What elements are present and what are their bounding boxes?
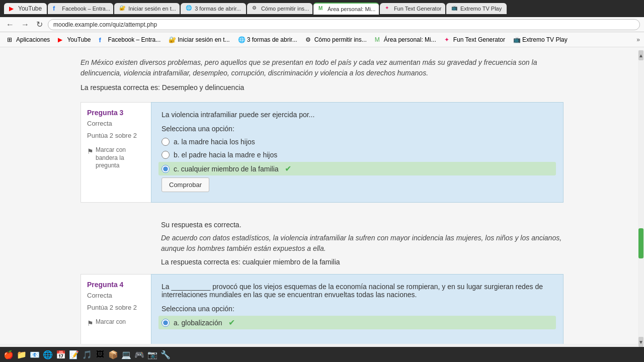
address-bar-row: ← → ↻ <box>0 17 644 32</box>
flag-question4-button[interactable]: ⚑ Marcar con <box>87 318 145 328</box>
question3-radio-a[interactable] <box>162 138 170 146</box>
question3-text: La violencia intrafamiliar puede ser eje… <box>162 111 553 119</box>
taskbar-calendar-icon[interactable]: 📅 <box>55 349 66 360</box>
bookmark-area[interactable]: M Área personal: Mi... <box>372 35 439 44</box>
question3-option-a[interactable]: a. la madre hacia los hijos <box>162 138 553 146</box>
comprobar-button-q3[interactable]: Comprobar <box>162 177 209 192</box>
taskbar-browser-icon[interactable]: 🌐 <box>42 349 53 360</box>
question4-section: Pregunta 4 Correcta Puntúa 2 sobre 2 ⚑ M… <box>80 274 564 344</box>
login-favicon: 🔐 <box>119 5 126 12</box>
flag-question3-button[interactable]: ⚑ Marcar con bandera la pregunta <box>87 146 145 170</box>
scrollbar-thumb[interactable] <box>638 228 643 258</box>
tab-3formas[interactable]: 🌐 3 formas de abrir... <box>181 3 246 14</box>
question3-option-c[interactable]: c. cualquier miembro de la familia ✔ <box>158 162 556 175</box>
page-content: En México existen diversos problemas, pe… <box>0 47 644 344</box>
bookmark-3formas[interactable]: 🌐 3 formas de abrir... <box>235 35 300 44</box>
feedback-answer-q3: La respuesta correcta es: cualquier miem… <box>161 258 564 266</box>
taskbar-music-icon[interactable]: 🎵 <box>82 349 93 360</box>
tab-extremo[interactable]: 📺 Extremo TV Play <box>446 3 507 14</box>
prev-question-feedback: En México existen diversos problemas, pe… <box>80 47 564 102</box>
bookmark-youtube[interactable]: ▶ YouTube <box>55 35 94 44</box>
login-bm-icon: 🔐 <box>169 36 176 43</box>
more-bookmarks-icon[interactable]: » <box>636 36 640 43</box>
bookmark-facebook[interactable]: f Facebook – Entra... <box>96 35 164 44</box>
facebook-favicon: f <box>53 5 60 12</box>
tab-fun-text[interactable]: ✦ Fun Text Generator <box>380 3 445 14</box>
question3-body: La violencia intrafamiliar puede ser eje… <box>151 102 564 203</box>
question4-puntua: Puntúa 2 sobre 2 <box>87 303 145 312</box>
question4-radio-a[interactable] <box>162 319 170 327</box>
taskbar-settings-icon[interactable]: 🔧 <box>160 349 171 360</box>
question4-text: La __________ provocó que los viejos esq… <box>162 283 553 299</box>
question3-radio-c[interactable] <box>162 165 170 173</box>
question3-option-b[interactable]: b. el padre hacia la madre e hijos <box>162 151 553 159</box>
question4-body: La __________ provocó que los viejos esq… <box>151 274 564 344</box>
taskbar-notes-icon[interactable]: 📝 <box>68 349 79 360</box>
tab-permitir[interactable]: ⚙ Cómo permitir ins... <box>247 3 312 14</box>
question3-status: Correcta <box>87 120 145 127</box>
taskbar-photos-icon[interactable]: 🖼 <box>95 349 106 360</box>
taskbar-system-icon[interactable]: 💻 <box>121 349 132 360</box>
fb-bm-icon: f <box>99 36 106 43</box>
yt-bm-icon: ▶ <box>58 36 65 43</box>
refresh-button[interactable]: ↻ <box>34 19 45 30</box>
scroll-up-icon: ▲ <box>638 53 643 58</box>
fun-bm-icon: ✦ <box>444 36 451 43</box>
taskbar: 🍎 📁 📧 🌐 📅 📝 🎵 🖼 📦 💻 🎮 📷 🔧 <box>0 347 644 362</box>
back-button[interactable]: ← <box>4 19 16 30</box>
bookmark-aplicaciones[interactable]: ⊞ Aplicaciones <box>4 35 53 44</box>
tab-facebook[interactable]: f Facebook – Entra... <box>48 3 113 14</box>
prev-question-explanation: En México existen diversos problemas, pe… <box>80 57 564 78</box>
permitir-bm-icon: ⚙ <box>305 36 312 43</box>
bookmark-fun[interactable]: ✦ Fun Text Generator <box>441 35 508 44</box>
bookmarks-bar: ⊞ Aplicaciones ▶ YouTube f Facebook – En… <box>0 32 644 47</box>
question4-sidebar: Pregunta 4 Correcta Puntúa 2 sobre 2 ⚑ M… <box>80 274 151 344</box>
tab-youtube[interactable]: ▶ YouTube <box>4 3 47 14</box>
question3-radio-b[interactable] <box>162 151 170 159</box>
bookmark-extremo[interactable]: 📺 Extremo TV Play <box>510 35 571 44</box>
bookmark-login[interactable]: 🔐 Iniciar sesión en t... <box>166 35 232 44</box>
permitir-favicon: ⚙ <box>252 5 259 12</box>
tab-login[interactable]: 🔐 Iniciar sesión en t... <box>114 3 180 14</box>
question4-label: Pregunta 4 <box>87 281 145 289</box>
correct-check-icon-q4: ✔ <box>228 318 235 327</box>
taskbar-finder-icon[interactable]: 🍎 <box>3 349 14 360</box>
bookmark-permitir[interactable]: ⚙ Cómo permitir ins... <box>302 35 370 44</box>
browser-tabs: ▶ YouTube f Facebook – Entra... 🔐 Inicia… <box>0 0 644 17</box>
scroll-up-button[interactable]: ▲ <box>638 50 643 60</box>
taskbar-packages-icon[interactable]: 📦 <box>108 349 119 360</box>
3formas-favicon: 🌐 <box>186 5 193 12</box>
prev-correct-answer: La respuesta correcta es: Desempleo y de… <box>80 82 564 93</box>
question3-section: Pregunta 3 Correcta Puntúa 2 sobre 2 ⚑ M… <box>80 102 564 203</box>
forward-button[interactable]: → <box>19 19 31 30</box>
question4-sidebar-card: Pregunta 4 Correcta Puntúa 2 sobre 2 ⚑ M… <box>80 274 151 344</box>
main-content: En México existen diversos problemas, pe… <box>70 47 574 344</box>
question4-select-label: Selecciona una opción: <box>162 305 553 313</box>
address-input[interactable] <box>48 19 640 30</box>
area-bm-icon: M <box>375 36 382 43</box>
extremo-favicon: 📺 <box>451 5 458 12</box>
apps-icon: ⊞ <box>7 36 14 43</box>
taskbar-mail-icon[interactable]: 📧 <box>29 349 40 360</box>
youtube-favicon: ▶ <box>9 5 16 12</box>
taskbar-games-icon[interactable]: 🎮 <box>134 349 145 360</box>
question3-puntua: Puntúa 2 sobre 2 <box>87 131 145 140</box>
feedback-correct-q3: Su respuesta es correcta. <box>161 221 564 229</box>
question3-sidebar: Pregunta 3 Correcta Puntúa 2 sobre 2 ⚑ M… <box>80 102 151 203</box>
question3-feedback: Su respuesta es correcta. De acuerdo con… <box>80 213 564 266</box>
tab-area-personal[interactable]: M Área personal: Mi... <box>313 3 379 15</box>
question4-status: Correcta <box>87 292 145 299</box>
taskbar-folder-icon[interactable]: 📁 <box>16 349 27 360</box>
fun-text-favicon: ✦ <box>385 5 392 12</box>
3formas-bm-icon: 🌐 <box>238 36 245 43</box>
scroll-down-icon: ▼ <box>638 339 643 345</box>
flag-q4-icon: ⚑ <box>87 319 94 328</box>
correct-check-icon: ✔ <box>285 164 291 173</box>
flag-icon: ⚑ <box>87 147 94 156</box>
question4-option-a[interactable]: a. globalización ✔ <box>158 316 556 329</box>
taskbar-camera-icon[interactable]: 📷 <box>147 349 158 360</box>
feedback-explanation-q3: De acuerdo con datos estadísticos, la vi… <box>161 233 564 254</box>
extremo-bm-icon: 📺 <box>513 36 520 43</box>
scroll-down-button[interactable]: ▼ <box>638 337 643 347</box>
question3-label: Pregunta 3 <box>87 109 145 117</box>
